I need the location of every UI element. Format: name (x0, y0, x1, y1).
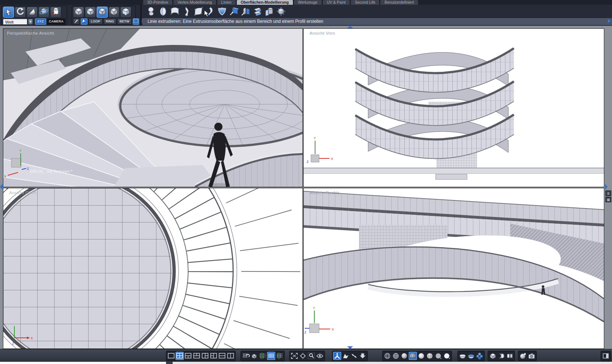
layered-fold-button[interactable] (252, 6, 263, 17)
layout-v-split-button[interactable] (227, 352, 235, 360)
splitter-handle-top[interactable] (347, 26, 353, 28)
sphere-cluster-button[interactable] (476, 352, 484, 360)
extrude-line-button[interactable] (228, 6, 239, 17)
svg-text:X: X (31, 336, 33, 340)
tab-vertex-modellierung[interactable]: Vertex-Modellierung (173, 0, 216, 5)
marquee-rect-toggle[interactable] (133, 18, 139, 25)
smooth-button[interactable] (417, 352, 425, 360)
world-select-dropdown[interactable]: ▼ (28, 19, 33, 25)
cube-display-button[interactable] (489, 352, 497, 360)
rotate-tool-button[interactable] (15, 7, 26, 18)
camera-toggle[interactable]: CAMERA (47, 18, 66, 25)
tab-benutzerdefiniert[interactable]: Benutzerdefiniert (380, 0, 418, 5)
right-rail-panel-button[interactable]: ▦ (605, 197, 611, 202)
viewport-right[interactable]: Y Z X Ansicht Rechts (303, 188, 604, 349)
shaded-wireframe-button[interactable] (409, 352, 417, 360)
dome-group (457, 351, 485, 361)
center-view-button[interactable] (299, 352, 307, 360)
viewport-perspective[interactable]: Y X Z Perspektifische Ansicht 000-00_ mi… (3, 28, 303, 187)
cube-object-mode-button[interactable] (73, 7, 84, 18)
orbit-sphere-button[interactable] (38, 7, 49, 18)
select-arrow-button[interactable] (3, 7, 14, 18)
world-select[interactable]: Welt (3, 19, 27, 25)
profile-band-button[interactable] (205, 6, 215, 17)
viewport-front[interactable]: Y X Z Ansicht Vorn (303, 28, 604, 187)
manipulator-drop-button[interactable] (359, 352, 367, 360)
shaded-button[interactable] (400, 352, 408, 360)
cube-object-icon (74, 7, 83, 18)
tool-row: Welt ▼ XYZ CAMERA (0, 5, 612, 26)
layout-single-button[interactable] (167, 352, 175, 360)
cube-point-mode-button[interactable] (108, 7, 120, 18)
layout-two-one-button[interactable] (193, 352, 201, 360)
tab-linien[interactable]: Linien (217, 0, 236, 5)
soft-shaded-button[interactable] (434, 352, 442, 360)
layout-left-big-button[interactable] (201, 352, 209, 360)
tab-werkzeuge[interactable]: Werkzeuge (294, 0, 322, 5)
splitter-handle-bottom[interactable] (347, 346, 353, 349)
layout-group (166, 351, 236, 361)
cone-icon (28, 7, 37, 17)
extrude-double-button[interactable] (240, 6, 251, 17)
right-rail-menu-button[interactable]: ≣ (605, 190, 611, 196)
grid-axes-button[interactable] (259, 352, 267, 360)
manipulator-move-button[interactable] (342, 352, 350, 360)
manipulator-scale-button[interactable] (350, 352, 358, 360)
tab-oberflaechen-modellierung[interactable]: Oberflächen-Modellierung (237, 0, 293, 5)
blob-surface-button[interactable] (146, 6, 156, 17)
tab-second-life[interactable]: Second Life (351, 0, 379, 5)
ring-button[interactable]: RING (104, 18, 117, 25)
thicken-surface-button[interactable] (264, 6, 274, 17)
half-dome-button[interactable] (459, 352, 467, 360)
coons-shield-button[interactable] (217, 6, 227, 17)
arrow-pick-toggle[interactable] (81, 18, 87, 25)
cone-tool-button[interactable] (27, 7, 38, 18)
camera-snapshot-button[interactable] (528, 352, 536, 360)
grid-vertical-button[interactable] (276, 352, 284, 360)
tab-3d-primitive[interactable]: 3D-Primitive (143, 0, 172, 5)
panels-display-button[interactable] (506, 352, 514, 360)
bevel-display-button[interactable] (497, 352, 505, 360)
pen-pick-toggle[interactable] (73, 18, 80, 25)
loop-button[interactable]: LOOP (89, 18, 103, 25)
layout-right-big-button[interactable] (210, 352, 218, 360)
cube-top-mode-button[interactable] (97, 7, 108, 18)
snap-object-button[interactable] (250, 352, 258, 360)
tab-uv-paint[interactable]: UV & Paint (323, 0, 350, 5)
fit-view-button[interactable] (290, 352, 298, 360)
wireframe-button[interactable] (383, 352, 391, 360)
wireframe-hidden-button[interactable] (392, 352, 400, 360)
layout-h-split-button[interactable] (218, 352, 226, 360)
grid-on-button[interactable] (267, 352, 275, 360)
snap-grid-button[interactable] (242, 352, 250, 360)
smooth-wireframe-button[interactable] (426, 352, 434, 360)
betw-button[interactable]: BETW (117, 18, 132, 25)
render-sphere-button[interactable] (519, 352, 527, 360)
display-group (382, 351, 452, 361)
ghost-visibility-button[interactable] (50, 7, 61, 18)
grid-group (241, 351, 285, 361)
skin-surface-button[interactable] (158, 6, 168, 17)
zoom-region-button[interactable] (307, 352, 315, 360)
manipulator-axes-button[interactable] (333, 352, 341, 360)
xyz-toggle[interactable]: XYZ (35, 18, 46, 25)
panel-toggle-button[interactable] (602, 352, 610, 360)
layout-one-two-button[interactable] (184, 352, 192, 360)
patch-corners-button[interactable] (193, 6, 204, 17)
cube-edge-mode-button[interactable] (120, 7, 131, 18)
sweep-curve-button[interactable] (181, 6, 192, 17)
control-sphere-button[interactable] (276, 6, 286, 17)
toolbar-overflow-arrow-icon[interactable] (608, 19, 611, 23)
cube-face-mode-button[interactable] (85, 7, 96, 18)
splitter-handle-left[interactable] (0, 184, 3, 190)
half-dome-shaded-button[interactable] (467, 352, 475, 360)
background-window-strip (0, 362, 612, 364)
svg-text:Z: Z (12, 342, 14, 345)
ruled-surface-button[interactable] (169, 6, 180, 17)
viewport-top[interactable]: X Z Ansicht Oben (3, 188, 303, 349)
visibility-eye-button[interactable] (316, 352, 324, 360)
layout-quad-button[interactable] (176, 352, 184, 360)
splitter-handle-right[interactable] (605, 184, 608, 190)
selection-palette: LOOP RING BETW (72, 6, 136, 25)
flat-white-button[interactable] (443, 352, 451, 360)
